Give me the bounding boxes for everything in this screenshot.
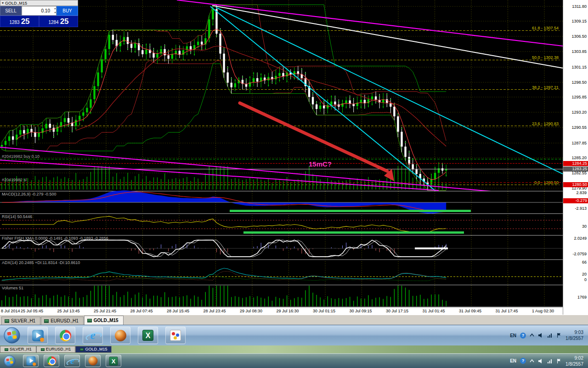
grid xyxy=(0,0,563,307)
svg-text:23.6 - 1290.83: 23.6 - 1290.83 xyxy=(532,121,559,126)
help-icon[interactable] xyxy=(520,333,526,339)
clock[interactable]: 9:03 1/8/2557 xyxy=(565,329,583,341)
chart-tab-GOLD.,M15[interactable]: GOLD.,M15 xyxy=(84,316,124,325)
excel-icon[interactable] xyxy=(106,355,121,367)
chrome-glyph xyxy=(60,330,71,341)
chart-tab-SILVER.,H1[interactable]: SILVER.,H1 xyxy=(1,316,40,325)
scale-tick: 1769 xyxy=(577,295,587,299)
svg-text:#20419982 buy 0.10: #20419982 buy 0.10 xyxy=(2,154,40,159)
mt4-chart-window: 61.8 - 1307.5450.0 - 1302.3838.2 - 1297.… xyxy=(0,0,588,307)
network-icon[interactable] xyxy=(547,358,553,364)
svg-text:#20419982 sl: #20419982 sl xyxy=(2,178,27,182)
chart-tab-EURUSD.,H1[interactable]: EURUSD.,H1 xyxy=(41,316,84,325)
chart-tab-label: GOLD.,M15 xyxy=(94,318,119,323)
volume-value: 0.10 xyxy=(41,8,50,13)
scale-tick: 1293.20 xyxy=(571,110,587,115)
chart-tab-SILVER.,H1[interactable]: SILVER.,H1 xyxy=(0,346,36,353)
scale-tick: 2.839 xyxy=(576,190,587,195)
chart-icon xyxy=(80,348,84,351)
time-label: 30 Jul 01:15 xyxy=(313,309,335,313)
chrome-glyph xyxy=(47,356,56,366)
tray-date-outer: 1/8/2557 xyxy=(565,361,583,367)
input-flag-icon[interactable] xyxy=(556,333,562,338)
bid-price-big: 25 xyxy=(21,16,30,27)
indicator-label: MACD(12,26,9) -0.279 -0.500 xyxy=(2,192,57,196)
windows-orb-icon xyxy=(4,327,20,344)
bid-price-marker: 1283.25 xyxy=(563,167,588,172)
start-button[interactable] xyxy=(4,327,20,344)
chart-tab-label: EURUSD.,H1 xyxy=(51,318,79,323)
language-indicator-outer[interactable]: EN xyxy=(510,358,516,363)
chart-tab-bar: SILVER.,H1EURUSD.,H1GOLD.,M15 xyxy=(0,315,588,325)
svg-text:50.0 - 1302.38: 50.0 - 1302.38 xyxy=(532,55,559,60)
chevron-down-icon[interactable]: ▾ xyxy=(2,1,4,5)
tray-chevron-icon[interactable] xyxy=(530,333,534,338)
firefox-icon[interactable] xyxy=(85,355,101,367)
time-label: 28 Jul 15:45 xyxy=(167,309,189,313)
stepper-down-icon[interactable]: ▾ xyxy=(54,11,56,15)
scale-tick: 0 xyxy=(584,277,587,282)
bid-price[interactable]: 1283 25 xyxy=(0,16,39,27)
chart-tab-label: SILVER.,H1 xyxy=(11,318,35,323)
volume-stepper[interactable]: ▴▾ xyxy=(54,6,56,15)
volume-input[interactable]: 0.10 ▴▾ xyxy=(22,6,57,16)
firefox-glyph xyxy=(88,356,97,366)
main-pane: 61.8 - 1307.5450.0 - 1302.3838.2 - 1297.… xyxy=(0,0,563,198)
media-player-glyph xyxy=(26,356,35,366)
taskbar-outer: EN 9:02 1/8/2557 xyxy=(0,353,588,368)
time-label: 29 Jul 08:30 xyxy=(240,309,262,313)
clock-outer[interactable]: 9:02 1/8/2557 xyxy=(565,355,583,367)
volume-icon[interactable] xyxy=(538,333,543,338)
start-button-outer[interactable] xyxy=(4,355,16,367)
chart-tab-EURUSD.,H1[interactable]: EURUSD.,H1 xyxy=(36,346,76,353)
system-tray: EN 9:03 1/8/2557 xyxy=(510,329,588,341)
help-icon[interactable] xyxy=(520,358,526,364)
firefox-glyph xyxy=(115,330,126,341)
time-label: 1 Aug 02:30 xyxy=(532,309,554,313)
time-axis[interactable]: 8 Jul 201425 Jul 05:4525 Jul 13:4525 Jul… xyxy=(0,307,563,315)
stepper-up-icon[interactable]: ▴ xyxy=(54,6,56,11)
trade-panel-header[interactable]: ▾ GOLD.,M15 xyxy=(0,0,78,6)
sell-button[interactable]: SELL xyxy=(0,6,22,16)
time-label: 31 Jul 01:45 xyxy=(423,309,445,313)
ask-price[interactable]: 1284 25 xyxy=(39,16,78,27)
price-scale[interactable]: 1311.801309.151306.501303.851301.151298.… xyxy=(563,0,588,315)
excel-icon[interactable] xyxy=(138,327,158,344)
media-player-icon[interactable] xyxy=(23,355,39,367)
buy-button[interactable]: BUY xyxy=(57,6,78,16)
svg-text:38.2 - 1297.21: 38.2 - 1297.21 xyxy=(532,85,559,90)
network-icon[interactable] xyxy=(547,333,553,338)
volume-icon[interactable] xyxy=(538,358,543,364)
language-indicator[interactable]: EN xyxy=(510,333,516,338)
chart-tab-GOLD.,M15[interactable]: GOLD.,M15 xyxy=(75,346,112,353)
time-label: 30 Jul 17:15 xyxy=(386,309,408,313)
chart-tab-label: GOLD.,M15 xyxy=(85,346,107,352)
scale-tick: -2.913 xyxy=(575,206,587,211)
bid-price-small: 1283 xyxy=(9,20,19,25)
media-player-glyph xyxy=(32,330,44,341)
scale-tick: 1301.15 xyxy=(571,65,587,69)
desktop-wallpaper: SILVER.,H1EURUSD.,H1GOLD.,M15 xyxy=(0,345,588,353)
excel-glyph xyxy=(142,330,153,341)
ie-glyph xyxy=(87,329,99,341)
ie-icon[interactable] xyxy=(64,355,80,367)
input-flag-icon[interactable] xyxy=(556,358,562,364)
scale-tick: 1285.20 xyxy=(571,155,587,160)
chrome-icon[interactable] xyxy=(44,355,59,367)
indicator-label: Volumes 51 xyxy=(2,286,23,290)
tray-date: 1/8/2557 xyxy=(565,335,583,341)
ie-icon[interactable] xyxy=(83,327,103,344)
chart-icon xyxy=(44,319,49,323)
tray-chevron-icon[interactable] xyxy=(530,359,534,363)
chart-tab-bar-outer: SILVER.,H1EURUSD.,H1GOLD.,M15 xyxy=(0,346,112,353)
time-label: 25 Jul 21:45 xyxy=(94,309,116,313)
time-label: 31 Jul 09:45 xyxy=(459,309,481,313)
chrome-icon[interactable] xyxy=(55,327,75,344)
indicator-label: ADX(14) 20.2485 +DI:11.8314 -DI:10.8610 xyxy=(2,260,80,265)
scale-tick: 1295.85 xyxy=(571,95,587,99)
system-tray-outer: EN 9:02 1/8/2557 xyxy=(510,355,588,367)
media-player-icon[interactable] xyxy=(28,327,48,344)
firefox-icon[interactable] xyxy=(110,327,130,344)
paint-icon[interactable] xyxy=(165,327,186,344)
svg-text:15mC?: 15mC? xyxy=(309,160,332,168)
